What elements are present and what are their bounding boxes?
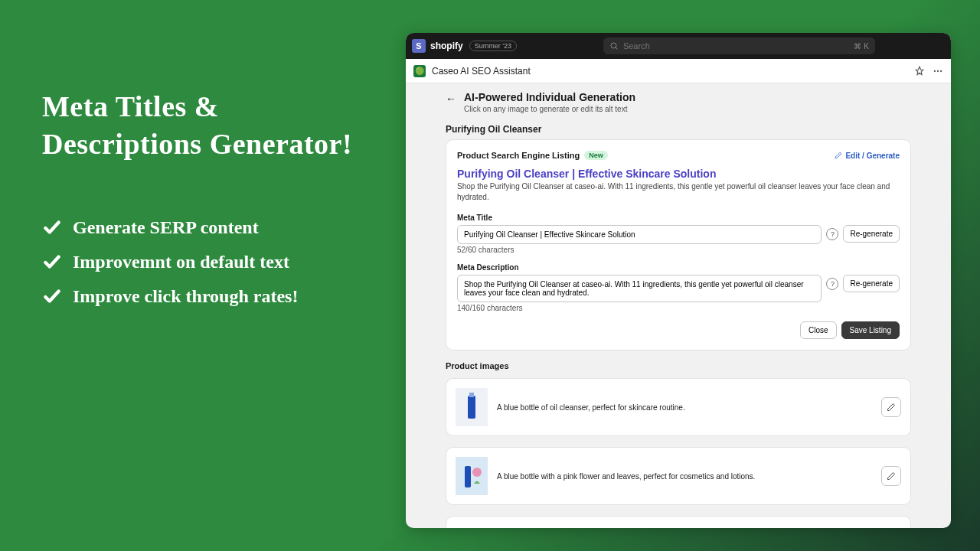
- new-badge: New: [584, 151, 608, 160]
- meta-desc-counter: 140/160 characters: [457, 304, 900, 312]
- svg-rect-7: [469, 393, 474, 397]
- product-images-label: Product images: [446, 361, 911, 370]
- meta-desc-row: ? Re-generate: [457, 275, 900, 302]
- pencil-icon: [835, 152, 842, 159]
- help-icon[interactable]: ?: [826, 228, 838, 240]
- meta-title-counter: 52/60 characters: [457, 246, 900, 254]
- svg-rect-6: [468, 396, 475, 419]
- regenerate-title-button[interactable]: Re-generate: [843, 225, 900, 243]
- meta-title-input[interactable]: [457, 225, 822, 244]
- help-icon[interactable]: ?: [826, 278, 838, 290]
- topbar: S shopify Summer '23 ⌘ K: [406, 33, 951, 59]
- svg-rect-11: [456, 526, 488, 528]
- regenerate-desc-button[interactable]: Re-generate: [843, 275, 900, 292]
- more-icon[interactable]: [933, 66, 943, 77]
- search-icon: [609, 41, 619, 51]
- kbd-hint: ⌘ K: [854, 42, 868, 51]
- image-row: A blue bottle of oil on a towel, perfect…: [446, 516, 911, 528]
- brand-text: shopify: [430, 41, 463, 51]
- serp-title: Purifying Oil Cleanser | Effective Skinc…: [457, 168, 900, 180]
- appbar-actions: [914, 66, 943, 77]
- product-thumbnail[interactable]: [456, 457, 488, 495]
- appbar-title: Caseo AI SEO Assistant: [432, 66, 531, 77]
- serp-description: Shop the Purifying Oil Cleanser at caseo…: [457, 181, 900, 203]
- promo-text: Improvemnt on default text: [73, 252, 289, 272]
- promo-list: Generate SERP content Improvemnt on defa…: [42, 217, 394, 307]
- app-window: S shopify Summer '23 ⌘ K 🟢 Caseo AI SEO …: [406, 33, 951, 528]
- pin-icon[interactable]: [914, 66, 925, 77]
- alt-text: A blue bottle with a pink flower and lea…: [497, 472, 872, 481]
- card-head: Product Search Engine Listing New Edit /…: [457, 151, 900, 160]
- promo-item: Improve click through rates!: [42, 286, 394, 307]
- listing-card: Product Search Engine Listing New Edit /…: [446, 139, 911, 350]
- product-thumbnail[interactable]: [456, 526, 488, 528]
- edit-alt-button[interactable]: [881, 466, 901, 486]
- back-button[interactable]: ←: [446, 91, 456, 105]
- svg-point-10: [472, 468, 482, 477]
- pencil-icon: [887, 471, 896, 481]
- meta-desc-input[interactable]: [457, 275, 822, 302]
- card-title: Product Search Engine Listing New: [457, 151, 608, 160]
- product-thumbnail[interactable]: [456, 388, 488, 426]
- svg-point-3: [937, 70, 939, 71]
- meta-desc-label: Meta Description: [457, 263, 900, 272]
- edit-generate-link[interactable]: Edit / Generate: [835, 152, 900, 160]
- promo-panel: Meta Titles & Descriptions Generator! Ge…: [42, 88, 394, 321]
- promo-text: Generate SERP content: [73, 217, 259, 238]
- search-input[interactable]: [623, 41, 850, 51]
- edit-link-text: Edit / Generate: [845, 152, 900, 160]
- svg-line-1: [616, 47, 618, 50]
- promo-title: Meta Titles & Descriptions Generator!: [42, 88, 394, 164]
- meta-title-label: Meta Title: [457, 214, 900, 222]
- product-name: Purifying Oil Cleanser: [446, 124, 911, 135]
- shopify-icon: S: [412, 39, 426, 53]
- promo-item: Generate SERP content: [42, 217, 394, 238]
- content: ← AI-Powered Individual Generation Click…: [406, 83, 951, 528]
- save-listing-button[interactable]: Save Listing: [841, 321, 900, 339]
- appbar: 🟢 Caseo AI SEO Assistant: [406, 59, 951, 83]
- image-row: A blue bottle of oil cleanser, perfect f…: [446, 378, 911, 436]
- promo-text: Improve click through rates!: [73, 286, 298, 307]
- svg-point-0: [611, 43, 616, 48]
- page-head: ← AI-Powered Individual Generation Click…: [446, 91, 911, 113]
- check-icon: [42, 252, 62, 272]
- search-input-wrap[interactable]: ⌘ K: [603, 37, 875, 54]
- pencil-icon: [887, 403, 896, 412]
- check-icon: [42, 286, 62, 306]
- svg-point-4: [940, 70, 942, 71]
- check-icon: [42, 217, 62, 237]
- close-button[interactable]: Close: [800, 321, 837, 339]
- svg-point-2: [934, 70, 936, 71]
- svg-rect-9: [465, 466, 471, 487]
- image-row: A blue bottle with a pink flower and lea…: [446, 447, 911, 505]
- page-title: AI-Powered Individual Generation: [464, 91, 635, 103]
- promo-title-line1: Meta Titles &: [42, 88, 394, 126]
- alt-text: A blue bottle of oil cleanser, perfect f…: [497, 403, 872, 412]
- brand[interactable]: S shopify Summer '23: [412, 39, 517, 53]
- button-row: Close Save Listing: [457, 321, 900, 339]
- promo-item: Improvemnt on default text: [42, 252, 394, 272]
- season-badge: Summer '23: [469, 41, 517, 51]
- page-subtitle: Click on any image to generate or edit i…: [464, 105, 635, 113]
- meta-title-row: ? Re-generate: [457, 225, 900, 244]
- svg-rect-8: [456, 457, 488, 495]
- card-title-text: Product Search Engine Listing: [457, 151, 580, 160]
- edit-alt-button[interactable]: [881, 397, 901, 417]
- promo-title-line2: Descriptions Generator!: [42, 126, 394, 163]
- app-icon: 🟢: [413, 65, 426, 77]
